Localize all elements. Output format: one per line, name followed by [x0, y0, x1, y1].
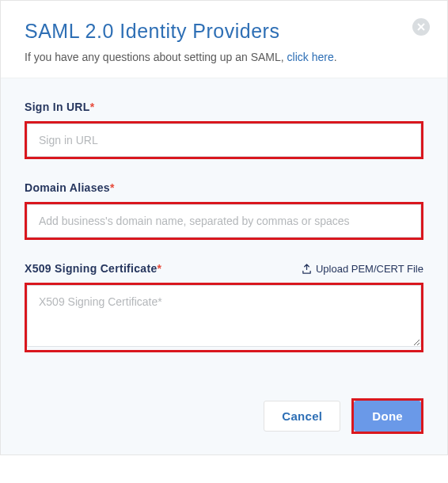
modal-title: SAML 2.0 Identity Providers	[25, 20, 423, 43]
subtitle-suffix: .	[334, 51, 337, 63]
upload-pem-cert-link[interactable]: Upload PEM/CERT File	[302, 263, 423, 275]
required-mark: *	[90, 101, 95, 113]
modal-footer: Cancel Done	[1, 382, 447, 454]
x509-label: X509 Signing Certificate*	[25, 262, 161, 275]
label-text: X509 Signing Certificate	[25, 262, 157, 275]
saml-idp-modal: SAML 2.0 Identity Providers If you have …	[0, 0, 448, 455]
x509-label-row: X509 Signing Certificate* Upload PEM/CER…	[25, 262, 423, 275]
required-mark: *	[157, 262, 161, 275]
domain-aliases-input[interactable]	[27, 204, 421, 238]
x509-certificate-textarea[interactable]	[27, 285, 421, 347]
x509-group: X509 Signing Certificate* Upload PEM/CER…	[25, 262, 423, 352]
label-text: Sign In URL	[25, 101, 90, 113]
upload-label-text: Upload PEM/CERT File	[316, 263, 423, 275]
sign-in-url-input[interactable]	[27, 124, 421, 157]
close-button[interactable]	[412, 18, 430, 36]
highlight-box	[25, 121, 423, 159]
highlight-box: Done	[351, 398, 423, 434]
domain-aliases-group: Domain Aliases*	[25, 181, 423, 240]
cancel-button[interactable]: Cancel	[264, 401, 340, 432]
highlight-box	[25, 283, 423, 352]
modal-subtitle: If you have any questions about setting …	[25, 51, 423, 63]
help-link[interactable]: click here	[287, 51, 334, 63]
close-icon	[417, 23, 425, 31]
highlight-box	[25, 202, 423, 240]
label-text: Domain Aliases	[25, 181, 110, 194]
sign-in-url-group: Sign In URL*	[25, 101, 423, 159]
domain-aliases-label: Domain Aliases*	[25, 181, 423, 194]
modal-body: Sign In URL* Domain Aliases* X509 Signin…	[1, 78, 447, 382]
done-button[interactable]: Done	[354, 401, 421, 432]
required-mark: *	[110, 181, 115, 194]
sign-in-url-label: Sign In URL*	[25, 101, 423, 113]
upload-icon	[302, 264, 312, 274]
subtitle-text: If you have any questions about setting …	[25, 51, 287, 63]
modal-header: SAML 2.0 Identity Providers If you have …	[1, 1, 447, 78]
